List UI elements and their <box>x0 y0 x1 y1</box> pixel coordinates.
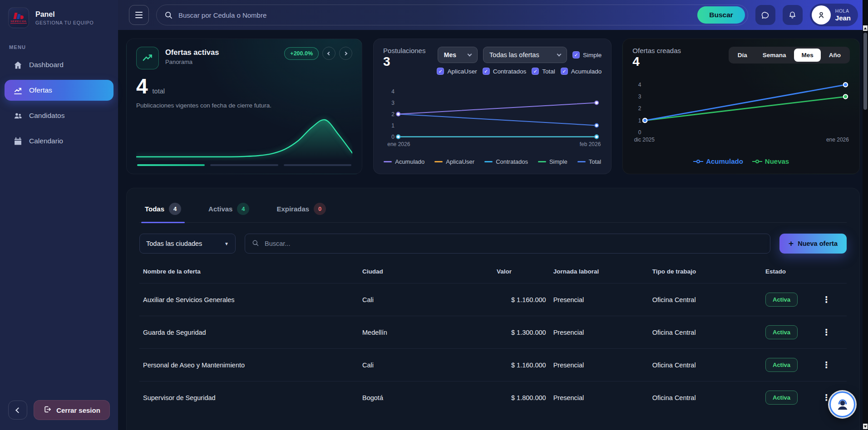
new-offer-button[interactable]: Nueva oferta <box>779 234 847 254</box>
search-submit-button[interactable]: Buscar <box>697 6 745 24</box>
svg-text:4: 4 <box>638 82 641 88</box>
legend-marker-icon <box>693 159 703 164</box>
brand-subtitle: GESTIONA TU EQUIPO <box>35 20 94 25</box>
legend-item-acumulado: Acumulado <box>384 158 424 165</box>
carousel-page-indicator[interactable] <box>210 164 278 166</box>
chevron-right-icon <box>343 51 347 55</box>
offers-filter-row: Todas las ciudades▼ Nueva oferta <box>139 234 847 254</box>
legend-item-acumulado[interactable]: Acumulado <box>693 157 743 165</box>
created-offers-chart: 43210dic 2025ene 2026 <box>632 71 850 155</box>
row-actions-kebab-icon[interactable] <box>822 360 831 370</box>
carousel-page-indicator[interactable] <box>284 164 351 166</box>
checkbox-acumulado[interactable]: Acumulado <box>561 68 602 75</box>
brand-title: Panel <box>35 10 94 19</box>
column-header-tipo-de-trabajo: Tipo de trabajo <box>649 258 762 283</box>
table-row: Supervisor de Seguridad Bogotá $ 1.800.0… <box>139 381 847 414</box>
sidebar-footer: Cerrar sesion <box>0 400 118 420</box>
sidebar-item-candidatos[interactable]: Candidatos <box>5 105 113 126</box>
scroll-down-arrow[interactable] <box>863 424 868 429</box>
support-chat-button[interactable] <box>829 391 855 417</box>
notifications-button[interactable] <box>783 5 803 25</box>
offers-search <box>245 234 770 254</box>
offer-type: Oficina Central <box>649 283 762 316</box>
offer-schedule: Presencial <box>550 349 649 381</box>
chat-button[interactable] <box>755 5 775 25</box>
postulaciones-legend: AcumuladoAplicaUserContratadosSimpleTota… <box>383 156 602 166</box>
row-actions-kebab-icon[interactable] <box>822 295 831 304</box>
user-menu[interactable]: HOLA Jean <box>810 4 858 26</box>
checkbox-contratados[interactable]: Contratados <box>483 68 527 75</box>
created-offers-title: Ofertas creadas <box>632 47 681 54</box>
checkbox-total[interactable]: Total <box>532 68 555 75</box>
offer-type: Oficina Central <box>649 381 762 414</box>
legend-item-simple: Simple <box>538 158 567 165</box>
sidebar-item-dashboard[interactable]: Dashboard <box>5 54 113 75</box>
checkbox-simple[interactable]: Simple <box>572 51 602 59</box>
active-offers-card: Ofertas activas Panorama +200.0% 4 total <box>126 39 362 174</box>
svg-text:0: 0 <box>391 134 395 140</box>
legend-item-nuevas[interactable]: Nuevas <box>752 157 789 165</box>
range-option-ano[interactable]: Año <box>822 49 848 62</box>
calendar-icon <box>13 136 23 146</box>
city-select[interactable]: Todas las ciudades▼ <box>139 234 236 254</box>
global-search-input[interactable] <box>178 11 693 20</box>
collapse-sidebar-button[interactable] <box>8 401 27 420</box>
chevron-down-icon <box>557 52 562 57</box>
series-checkbox-row: AplicaUserContratadosTotalAcumulado <box>437 68 602 75</box>
sidebar-item-calendario[interactable]: Calendario <box>5 131 113 151</box>
status-badge: Activa <box>765 358 798 372</box>
chevron-left-icon <box>15 407 21 413</box>
triangle-down-icon: ▼ <box>224 241 229 246</box>
offers-select[interactable]: Todas las ofertas <box>483 47 567 63</box>
global-search: Buscar <box>156 5 748 25</box>
postulaciones-title: Postulaciones <box>383 47 425 54</box>
active-offers-description: Publicaciones vigentes con fecha de cier… <box>136 102 352 109</box>
chevron-left-icon <box>327 51 330 55</box>
offer-city: Cali <box>359 283 493 316</box>
offer-name: Guarda de Seguridad <box>139 316 359 349</box>
logout-button[interactable]: Cerrar sesion <box>34 400 110 420</box>
menu-section-label: MENU <box>0 33 118 54</box>
offers-table: Nombre de la ofertaCiudadValorJornada la… <box>139 258 847 414</box>
checkbox-aplicauser[interactable]: AplicaUser <box>437 68 477 75</box>
active-offers-value-suffix: total <box>153 88 165 95</box>
row-actions-kebab-icon[interactable] <box>822 327 831 337</box>
offers-tabbar: Todas 4 Activas 4 Expiradas 0 <box>139 200 847 223</box>
user-greeting: HOLA <box>835 8 851 14</box>
scroll-up-arrow[interactable] <box>863 25 868 31</box>
offer-name: Personal de Aseo y Mantenimiento <box>139 349 359 381</box>
carousel-prev-button[interactable] <box>322 47 335 60</box>
logout-label: Cerrar sesion <box>56 406 100 414</box>
offer-schedule: Presencial <box>550 283 649 316</box>
stats-cards-row: Ofertas activas Panorama +200.0% 4 total <box>126 39 860 174</box>
sepecol-logo: SEPECOL <box>8 7 29 28</box>
checkbox-checked-icon <box>532 68 539 75</box>
tab-activas[interactable]: Activas 4 <box>207 200 250 222</box>
offers-search-input[interactable] <box>264 239 764 248</box>
offer-schedule: Presencial <box>550 316 649 349</box>
range-option-dia[interactable]: Día <box>730 49 755 62</box>
svg-text:3: 3 <box>391 100 395 106</box>
carousel-page-indicator[interactable] <box>137 164 205 166</box>
avatar <box>812 5 831 24</box>
range-option-semana[interactable]: Semana <box>755 49 794 62</box>
sepecol-logo-mark <box>14 12 24 19</box>
sidebar-menu: Dashboard Ofertas Candidatos Calendario <box>0 54 118 151</box>
trending-up-icon <box>136 47 159 69</box>
offer-name: Auxiliar de Servicios Generales <box>139 283 359 316</box>
range-option-mes[interactable]: Mes <box>794 49 820 62</box>
tab-todas[interactable]: Todas 4 <box>144 200 182 222</box>
app-root: SEPECOL Panel GESTIONA TU EQUIPO MENU Da… <box>0 0 868 430</box>
active-offers-subtitle: Panorama <box>165 59 219 65</box>
sidebar-item-ofertas[interactable]: Ofertas <box>5 80 113 101</box>
legend-swatch <box>384 161 392 162</box>
svg-text:3: 3 <box>638 93 641 100</box>
offer-city: Cali <box>359 349 493 381</box>
scrollbar-thumb[interactable] <box>863 33 867 110</box>
status-badge: Activa <box>765 325 798 339</box>
tab-expiradas[interactable]: Expiradas 0 <box>276 200 327 222</box>
hamburger-menu-button[interactable] <box>129 5 149 25</box>
carousel-next-button[interactable] <box>339 47 352 60</box>
period-select[interactable]: Mes <box>438 47 478 63</box>
legend-item-contratados: Contratados <box>484 158 528 165</box>
